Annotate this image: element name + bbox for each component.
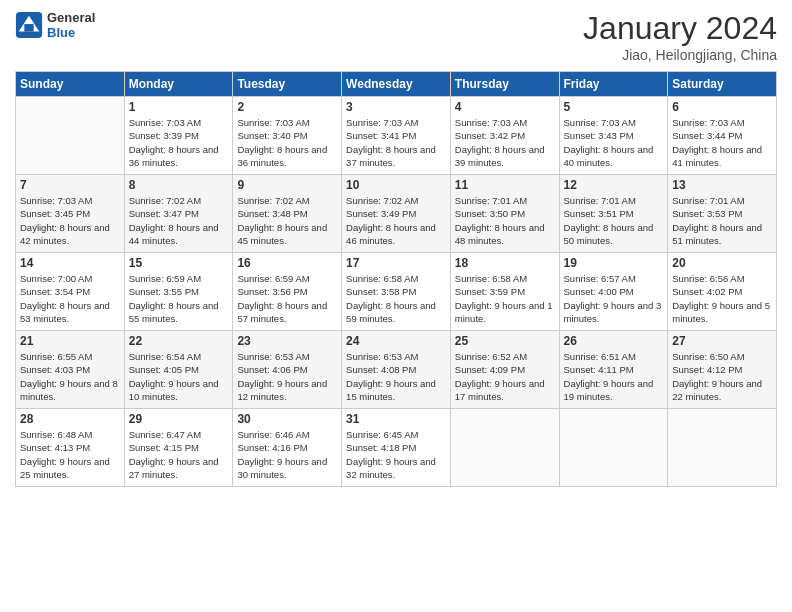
day-info: Sunrise: 7:01 AM Sunset: 3:50 PM Dayligh…	[455, 194, 555, 247]
day-cell: 13Sunrise: 7:01 AM Sunset: 3:53 PM Dayli…	[668, 175, 777, 253]
logo-text: General Blue	[47, 10, 95, 40]
day-cell: 25Sunrise: 6:52 AM Sunset: 4:09 PM Dayli…	[450, 331, 559, 409]
weekday-header-tuesday: Tuesday	[233, 72, 342, 97]
logo-icon	[15, 11, 43, 39]
day-number: 26	[564, 334, 664, 348]
day-number: 16	[237, 256, 337, 270]
day-info: Sunrise: 7:02 AM Sunset: 3:48 PM Dayligh…	[237, 194, 337, 247]
logo-blue: Blue	[47, 25, 95, 40]
day-number: 2	[237, 100, 337, 114]
day-info: Sunrise: 6:52 AM Sunset: 4:09 PM Dayligh…	[455, 350, 555, 403]
logo-general: General	[47, 10, 95, 25]
day-cell: 21Sunrise: 6:55 AM Sunset: 4:03 PM Dayli…	[16, 331, 125, 409]
day-info: Sunrise: 6:58 AM Sunset: 3:58 PM Dayligh…	[346, 272, 446, 325]
day-info: Sunrise: 6:59 AM Sunset: 3:56 PM Dayligh…	[237, 272, 337, 325]
day-info: Sunrise: 6:51 AM Sunset: 4:11 PM Dayligh…	[564, 350, 664, 403]
day-number: 19	[564, 256, 664, 270]
day-info: Sunrise: 6:48 AM Sunset: 4:13 PM Dayligh…	[20, 428, 120, 481]
day-number: 25	[455, 334, 555, 348]
day-number: 21	[20, 334, 120, 348]
day-info: Sunrise: 7:03 AM Sunset: 3:42 PM Dayligh…	[455, 116, 555, 169]
day-info: Sunrise: 7:03 AM Sunset: 3:39 PM Dayligh…	[129, 116, 229, 169]
day-number: 4	[455, 100, 555, 114]
day-info: Sunrise: 6:50 AM Sunset: 4:12 PM Dayligh…	[672, 350, 772, 403]
day-cell: 29Sunrise: 6:47 AM Sunset: 4:15 PM Dayli…	[124, 409, 233, 487]
day-number: 23	[237, 334, 337, 348]
day-number: 18	[455, 256, 555, 270]
week-row-3: 14Sunrise: 7:00 AM Sunset: 3:54 PM Dayli…	[16, 253, 777, 331]
header: General Blue January 2024 Jiao, Heilongj…	[15, 10, 777, 63]
day-number: 13	[672, 178, 772, 192]
day-cell: 24Sunrise: 6:53 AM Sunset: 4:08 PM Dayli…	[342, 331, 451, 409]
week-row-4: 21Sunrise: 6:55 AM Sunset: 4:03 PM Dayli…	[16, 331, 777, 409]
day-cell	[668, 409, 777, 487]
day-cell: 11Sunrise: 7:01 AM Sunset: 3:50 PM Dayli…	[450, 175, 559, 253]
day-number: 17	[346, 256, 446, 270]
day-info: Sunrise: 6:58 AM Sunset: 3:59 PM Dayligh…	[455, 272, 555, 325]
day-info: Sunrise: 7:03 AM Sunset: 3:41 PM Dayligh…	[346, 116, 446, 169]
day-cell: 30Sunrise: 6:46 AM Sunset: 4:16 PM Dayli…	[233, 409, 342, 487]
week-row-2: 7Sunrise: 7:03 AM Sunset: 3:45 PM Daylig…	[16, 175, 777, 253]
day-number: 12	[564, 178, 664, 192]
day-cell: 9Sunrise: 7:02 AM Sunset: 3:48 PM Daylig…	[233, 175, 342, 253]
day-number: 27	[672, 334, 772, 348]
day-cell: 20Sunrise: 6:56 AM Sunset: 4:02 PM Dayli…	[668, 253, 777, 331]
day-cell: 15Sunrise: 6:59 AM Sunset: 3:55 PM Dayli…	[124, 253, 233, 331]
day-cell: 3Sunrise: 7:03 AM Sunset: 3:41 PM Daylig…	[342, 97, 451, 175]
day-cell: 26Sunrise: 6:51 AM Sunset: 4:11 PM Dayli…	[559, 331, 668, 409]
day-number: 8	[129, 178, 229, 192]
day-cell: 19Sunrise: 6:57 AM Sunset: 4:00 PM Dayli…	[559, 253, 668, 331]
day-cell: 4Sunrise: 7:03 AM Sunset: 3:42 PM Daylig…	[450, 97, 559, 175]
logo: General Blue	[15, 10, 95, 40]
day-number: 5	[564, 100, 664, 114]
day-cell: 18Sunrise: 6:58 AM Sunset: 3:59 PM Dayli…	[450, 253, 559, 331]
day-info: Sunrise: 7:03 AM Sunset: 3:44 PM Dayligh…	[672, 116, 772, 169]
day-info: Sunrise: 7:02 AM Sunset: 3:47 PM Dayligh…	[129, 194, 229, 247]
day-cell: 8Sunrise: 7:02 AM Sunset: 3:47 PM Daylig…	[124, 175, 233, 253]
day-cell: 5Sunrise: 7:03 AM Sunset: 3:43 PM Daylig…	[559, 97, 668, 175]
day-cell: 2Sunrise: 7:03 AM Sunset: 3:40 PM Daylig…	[233, 97, 342, 175]
day-cell	[450, 409, 559, 487]
day-number: 20	[672, 256, 772, 270]
day-cell: 17Sunrise: 6:58 AM Sunset: 3:58 PM Dayli…	[342, 253, 451, 331]
weekday-header-saturday: Saturday	[668, 72, 777, 97]
day-number: 30	[237, 412, 337, 426]
weekday-header-thursday: Thursday	[450, 72, 559, 97]
day-number: 22	[129, 334, 229, 348]
day-number: 28	[20, 412, 120, 426]
day-cell	[16, 97, 125, 175]
day-info: Sunrise: 7:03 AM Sunset: 3:43 PM Dayligh…	[564, 116, 664, 169]
week-row-1: 1Sunrise: 7:03 AM Sunset: 3:39 PM Daylig…	[16, 97, 777, 175]
day-number: 7	[20, 178, 120, 192]
day-number: 11	[455, 178, 555, 192]
day-info: Sunrise: 7:00 AM Sunset: 3:54 PM Dayligh…	[20, 272, 120, 325]
svg-rect-2	[24, 24, 33, 31]
day-number: 29	[129, 412, 229, 426]
day-cell: 12Sunrise: 7:01 AM Sunset: 3:51 PM Dayli…	[559, 175, 668, 253]
day-number: 10	[346, 178, 446, 192]
day-number: 15	[129, 256, 229, 270]
day-info: Sunrise: 7:01 AM Sunset: 3:53 PM Dayligh…	[672, 194, 772, 247]
calendar-table: SundayMondayTuesdayWednesdayThursdayFrid…	[15, 71, 777, 487]
weekday-header-sunday: Sunday	[16, 72, 125, 97]
day-number: 6	[672, 100, 772, 114]
day-number: 3	[346, 100, 446, 114]
day-cell: 7Sunrise: 7:03 AM Sunset: 3:45 PM Daylig…	[16, 175, 125, 253]
day-info: Sunrise: 7:03 AM Sunset: 3:40 PM Dayligh…	[237, 116, 337, 169]
location: Jiao, Heilongjiang, China	[583, 47, 777, 63]
day-cell: 23Sunrise: 6:53 AM Sunset: 4:06 PM Dayli…	[233, 331, 342, 409]
day-cell: 6Sunrise: 7:03 AM Sunset: 3:44 PM Daylig…	[668, 97, 777, 175]
day-info: Sunrise: 6:55 AM Sunset: 4:03 PM Dayligh…	[20, 350, 120, 403]
day-cell: 31Sunrise: 6:45 AM Sunset: 4:18 PM Dayli…	[342, 409, 451, 487]
day-info: Sunrise: 7:01 AM Sunset: 3:51 PM Dayligh…	[564, 194, 664, 247]
day-info: Sunrise: 6:53 AM Sunset: 4:06 PM Dayligh…	[237, 350, 337, 403]
day-number: 1	[129, 100, 229, 114]
day-number: 9	[237, 178, 337, 192]
day-info: Sunrise: 6:53 AM Sunset: 4:08 PM Dayligh…	[346, 350, 446, 403]
day-number: 24	[346, 334, 446, 348]
day-cell: 10Sunrise: 7:02 AM Sunset: 3:49 PM Dayli…	[342, 175, 451, 253]
calendar-page: General Blue January 2024 Jiao, Heilongj…	[0, 0, 792, 612]
weekday-header-friday: Friday	[559, 72, 668, 97]
day-info: Sunrise: 6:59 AM Sunset: 3:55 PM Dayligh…	[129, 272, 229, 325]
day-info: Sunrise: 7:02 AM Sunset: 3:49 PM Dayligh…	[346, 194, 446, 247]
